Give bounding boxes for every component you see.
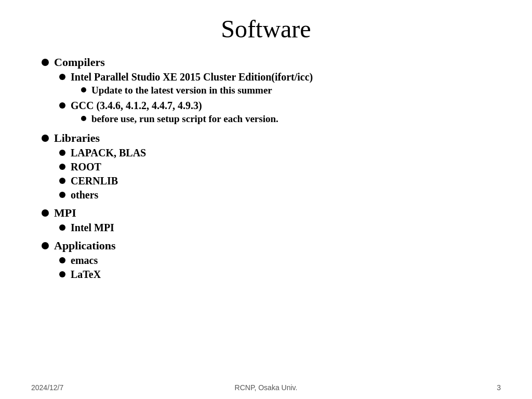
- item-label: LAPACK, BLAS: [71, 147, 146, 158]
- footer-date: 2024/12/7: [31, 383, 73, 392]
- footer-page-number: 3: [459, 383, 501, 392]
- list-item-content: CERNLIB: [71, 175, 501, 187]
- bullet-icon: [42, 135, 49, 142]
- sub-list: Intel Parallel Studio XE 2015 Cluster Ed…: [54, 71, 501, 126]
- list-item-content: GCC (3.4.6, 4.1.2, 4.4.7, 4.9.3) before …: [71, 100, 501, 126]
- list-item: ROOT: [54, 161, 501, 173]
- bullet-icon: [59, 74, 65, 80]
- footer: 2024/12/7 RCNP, Osaka Univ. 3: [31, 378, 501, 399]
- bullet-icon: [59, 192, 65, 198]
- list-item-content: Compilers Intel Parallel Studio XE 2015 …: [54, 56, 501, 128]
- main-list: Compilers Intel Parallel Studio XE 2015 …: [42, 56, 501, 283]
- list-item: Libraries LAPACK, BLAS ROOT: [42, 131, 501, 203]
- bullet-icon: [59, 271, 65, 277]
- list-item-content: LAPACK, BLAS: [71, 147, 501, 159]
- list-item: Compilers Intel Parallel Studio XE 2015 …: [42, 56, 501, 128]
- list-item-content: others: [71, 189, 501, 201]
- sub-list: emacs LaTeX: [54, 255, 501, 281]
- list-item: MPI Intel MPI: [42, 206, 501, 236]
- bullet-icon: [59, 178, 65, 184]
- list-item-content: MPI Intel MPI: [54, 206, 501, 236]
- item-label: LaTeX: [71, 269, 101, 280]
- bullet-icon: [59, 102, 65, 109]
- bullet-icon: [42, 209, 49, 217]
- item-label: Intel Parallel Studio XE 2015 Cluster Ed…: [71, 71, 313, 83]
- list-item: others: [54, 189, 501, 201]
- sub-sub-list: before use, run setup script for each ve…: [71, 113, 501, 125]
- item-label: others: [71, 189, 98, 201]
- page-container: Software Compilers Intel Parallel Studio…: [0, 0, 532, 399]
- sub-sub-list: Update to the latest version in this sum…: [71, 85, 501, 96]
- sub-list: Intel MPI: [54, 222, 501, 234]
- page-title: Software: [31, 0, 501, 56]
- bullet-icon: [42, 59, 49, 66]
- item-label: Compilers: [54, 56, 105, 69]
- list-item: Intel MPI: [54, 222, 501, 234]
- list-item: Applications emacs LaTeX: [42, 239, 501, 283]
- list-item: LAPACK, BLAS: [54, 147, 501, 159]
- list-item: CERNLIB: [54, 175, 501, 187]
- item-label: CERNLIB: [71, 175, 118, 187]
- list-item: LaTeX: [54, 269, 501, 281]
- bullet-icon: [81, 87, 86, 92]
- list-item-content: before use, run setup script for each ve…: [91, 113, 501, 125]
- bullet-icon: [59, 224, 65, 231]
- item-label: Applications: [54, 239, 116, 252]
- bullet-icon: [59, 164, 65, 170]
- bullet-icon: [81, 116, 86, 121]
- bullet-icon: [59, 150, 65, 156]
- sub-list: LAPACK, BLAS ROOT CERNLIB: [54, 147, 501, 201]
- list-item: emacs: [54, 255, 501, 267]
- list-item-content: Intel MPI: [71, 222, 501, 234]
- content-area: Compilers Intel Parallel Studio XE 2015 …: [31, 56, 501, 378]
- list-item-content: ROOT: [71, 161, 501, 173]
- item-label: Update to the latest version in this sum…: [91, 85, 272, 96]
- list-item-content: emacs: [71, 255, 501, 267]
- list-item-content: Applications emacs LaTeX: [54, 239, 501, 283]
- list-item: Intel Parallel Studio XE 2015 Cluster Ed…: [54, 71, 501, 98]
- bullet-icon: [42, 242, 49, 249]
- footer-center: RCNP, Osaka Univ.: [235, 383, 298, 392]
- list-item: before use, run setup script for each ve…: [71, 113, 501, 125]
- bullet-icon: [59, 257, 65, 263]
- item-label: Intel MPI: [71, 222, 114, 233]
- item-label: Libraries: [54, 131, 100, 144]
- list-item-content: Libraries LAPACK, BLAS ROOT: [54, 131, 501, 203]
- item-label: emacs: [71, 255, 98, 266]
- list-item: Update to the latest version in this sum…: [71, 85, 501, 96]
- item-label: ROOT: [71, 161, 101, 172]
- item-label: GCC (3.4.6, 4.1.2, 4.4.7, 4.9.3): [71, 100, 202, 111]
- list-item: GCC (3.4.6, 4.1.2, 4.4.7, 4.9.3) before …: [54, 100, 501, 126]
- item-label: before use, run setup script for each ve…: [91, 113, 278, 124]
- list-item-content: LaTeX: [71, 269, 501, 281]
- list-item-content: Intel Parallel Studio XE 2015 Cluster Ed…: [71, 71, 501, 98]
- item-label: MPI: [54, 206, 76, 219]
- list-item-content: Update to the latest version in this sum…: [91, 85, 501, 96]
